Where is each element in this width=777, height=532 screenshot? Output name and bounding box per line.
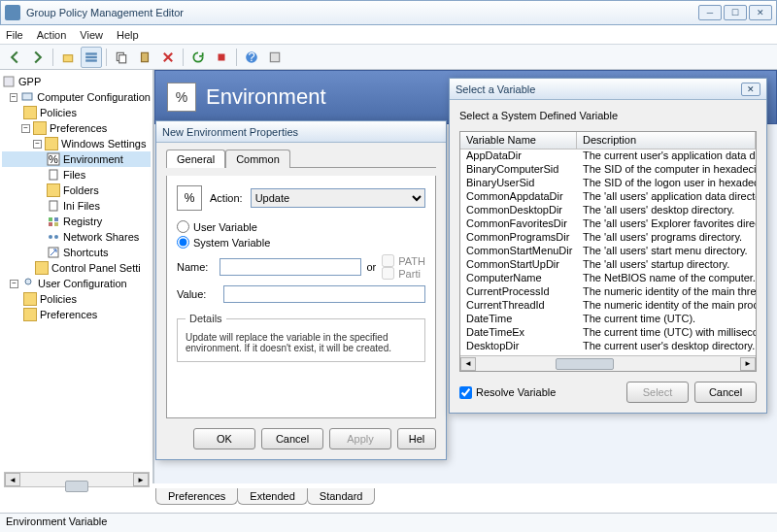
tab-preferences[interactable]: Preferences [155,488,238,505]
nav-tree[interactable]: GPP −Computer Configuration Policies −Pr… [0,70,153,483]
tab-standard[interactable]: Standard [307,488,376,505]
table-row[interactable]: CurrentProcessIdThe numeric identity of … [460,285,756,299]
tree-environment[interactable]: Environment [63,153,123,165]
variable-table[interactable]: Variable Name Description AppDataDirThe … [459,131,757,372]
table-header[interactable]: Variable Name Description [460,132,756,150]
maximize-button[interactable]: ☐ [724,5,747,20]
table-row[interactable]: CommonStartUpDirThe 'all users' startup … [460,258,756,272]
table-row[interactable]: DateTimeExThe current time (UTC) with mi… [460,326,756,340]
system-variable-radio[interactable] [177,236,189,249]
help-button[interactable]: Hel [397,428,436,449]
close-icon[interactable]: ✕ [741,83,760,96]
up-button[interactable] [57,47,79,68]
tab-extended[interactable]: Extended [237,488,307,505]
paste-button[interactable] [134,47,155,68]
back-button[interactable] [4,47,25,68]
tree-computer-config[interactable]: Computer Configuration [37,91,151,103]
value-input[interactable] [223,285,425,303]
table-row[interactable]: BinaryComputerSidThe SID of the computer… [460,163,756,177]
table-row[interactable]: ComputerNameThe NetBIOS name of the comp… [460,272,756,285]
tree-registry[interactable]: Registry [63,216,102,227]
name-input[interactable] [220,258,361,276]
expand-icon[interactable]: − [10,93,17,102]
expand-icon[interactable]: − [21,124,30,133]
close-button[interactable]: ✕ [749,5,772,20]
copy-button[interactable] [111,47,132,68]
resolve-variable-checkbox[interactable] [459,386,472,399]
user-icon [21,277,35,290]
table-row[interactable]: CommonProgramsDirThe 'all users' program… [460,231,756,245]
ok-button[interactable]: OK [193,428,255,449]
user-variable-radio[interactable] [177,220,189,233]
table-body[interactable]: AppDataDirThe current user's application… [460,150,756,355]
properties-button[interactable] [264,47,286,68]
tree-user-prefs[interactable]: Preferences [40,309,97,320]
tree-files[interactable]: Files [63,169,85,181]
var-name: DateTimeEx [460,326,577,340]
table-row[interactable]: CommonDesktopDirThe 'all users' desktop … [460,204,756,217]
tree-scrollbar[interactable]: ◄ ► [4,472,150,487]
select-button[interactable]: Select [626,382,689,403]
menu-view[interactable]: View [80,29,103,41]
var-desc: The current user's application data dire… [577,150,756,163]
help-button[interactable]: ? [241,47,262,68]
tree-policies[interactable]: Policies [40,107,77,118]
svg-rect-17 [49,217,52,221]
tree-root[interactable]: GPP [18,76,41,87]
tree-folders[interactable]: Folders [63,184,99,196]
col-description[interactable]: Description [577,132,756,149]
menu-action[interactable]: Action [37,29,67,41]
forward-button[interactable] [27,47,49,68]
scroll-thumb[interactable] [556,358,614,370]
var-desc: The SID of the logon user in hexadecimal… [577,177,756,190]
scroll-thumb[interactable] [65,481,88,492]
table-row[interactable]: DomainNameThe domain name or workgroup o… [460,353,756,355]
expand-icon[interactable]: − [10,280,18,288]
col-variable-name[interactable]: Variable Name [460,132,577,149]
horizontal-scrollbar[interactable]: ◄ ► [460,355,756,371]
scroll-left-icon[interactable]: ◄ [5,473,20,486]
var-desc: The numeric identity of the main thread. [577,285,756,299]
tree-ini[interactable]: Ini Files [63,200,100,212]
table-row[interactable]: CommonAppdataDirThe 'all users' applicat… [460,190,756,204]
action-select[interactable]: Update [251,188,425,208]
table-row[interactable]: BinaryUserSidThe SID of the logon user i… [460,177,756,190]
table-row[interactable]: DateTimeThe current time (UTC). [460,313,756,326]
tree-preferences[interactable]: Preferences [50,122,107,134]
expand-icon[interactable]: − [33,140,42,149]
tree-user-config[interactable]: User Configuration [38,278,127,289]
minimize-button[interactable]: ─ [698,5,722,20]
folder-icon [23,292,37,306]
tree-windows-settings[interactable]: Windows Settings [61,138,146,150]
stop-button[interactable] [211,47,232,68]
tree-netshares[interactable]: Network Shares [63,231,139,243]
table-row[interactable]: CurrentThreadIdThe numeric identity of t… [460,299,756,313]
table-row[interactable]: CommonFavoritesDirThe 'all users' Explor… [460,217,756,231]
tree-user-policies[interactable]: Policies [40,293,77,305]
cancel-button[interactable]: Cancel [261,428,323,449]
menu-file[interactable]: File [6,29,23,41]
svg-rect-1 [85,52,97,54]
refresh-button[interactable] [187,47,209,68]
delete-button[interactable] [157,47,179,68]
table-row[interactable]: AppDataDirThe current user's application… [460,150,756,163]
svg-rect-20 [54,222,58,226]
table-row[interactable]: CommonStartMenuDirThe 'all users' start … [460,245,756,258]
table-row[interactable]: DesktopDirThe current user's desktop dir… [460,340,756,353]
apply-button[interactable]: Apply [329,428,391,449]
dialog-titlebar[interactable]: Select a Variable✕ [450,79,766,100]
scroll-right-icon[interactable]: ► [740,357,756,371]
tab-common[interactable]: Common [225,150,290,168]
tree-shortcuts[interactable]: Shortcuts [63,247,108,258]
details-text: Update will replace the variable in the … [186,332,417,353]
svg-rect-0 [63,54,72,61]
dialog-titlebar[interactable]: New Environment Properties [156,121,446,143]
details-button[interactable] [81,47,102,68]
tree-cp-settings[interactable]: Control Panel Setti [51,262,141,274]
scroll-left-icon[interactable]: ◄ [460,357,476,371]
cancel-button[interactable]: Cancel [694,382,757,403]
menu-help[interactable]: Help [117,29,139,41]
folder-icon [33,121,47,135]
tab-general[interactable]: General [166,150,225,168]
scroll-right-icon[interactable]: ► [133,473,149,486]
